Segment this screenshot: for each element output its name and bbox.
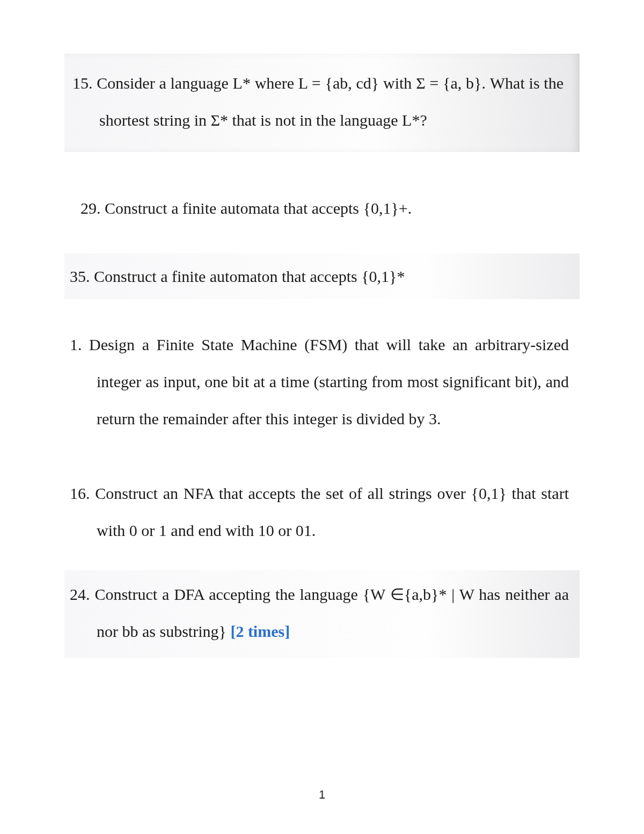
question-text: Construct a finite automata that accepts… — [105, 199, 412, 217]
question-35-text: 35. Construct a finite automaton that ac… — [70, 258, 569, 295]
question-16: 16. Construct an NFA that accepts the se… — [64, 469, 580, 554]
question-16-text: 16. Construct an NFA that accepts the se… — [70, 475, 569, 549]
question-1-text: 1. Design a Finite State Machine (FSM) t… — [70, 326, 569, 437]
question-number: 15. — [72, 74, 93, 92]
question-29: 29. Construct a finite automata that acc… — [64, 184, 580, 232]
question-15: 15. Consider a language L* where L = {ab… — [64, 54, 580, 152]
question-text: Construct a DFA accepting the language {… — [94, 585, 569, 640]
question-1: 1. Design a Finite State Machine (FSM) t… — [64, 321, 580, 443]
question-29-text: 29. Construct a finite automata that acc… — [80, 190, 569, 227]
question-number: 24. — [70, 585, 90, 603]
question-15-text: 15. Consider a language L* where L = {ab… — [72, 64, 564, 139]
question-number: 35. — [70, 267, 90, 285]
question-35: 35. Construct a finite automaton that ac… — [64, 253, 580, 299]
question-text: Design a Finite State Machine (FSM) that… — [89, 336, 569, 427]
question-text: Construct an NFA that accepts the set of… — [95, 484, 569, 539]
question-number: 29. — [80, 199, 101, 217]
page-number: 1 — [319, 788, 325, 802]
question-text: Consider a language L* where L = {ab, cd… — [97, 74, 564, 129]
question-number: 16. — [70, 484, 90, 502]
question-highlight: [2 times] — [230, 622, 290, 640]
question-number: 1. — [70, 336, 82, 353]
question-24: 24. Construct a DFA accepting the langua… — [64, 570, 580, 658]
question-text: Construct a finite automaton that accept… — [94, 267, 405, 285]
question-24-text: 24. Construct a DFA accepting the langua… — [70, 576, 569, 650]
